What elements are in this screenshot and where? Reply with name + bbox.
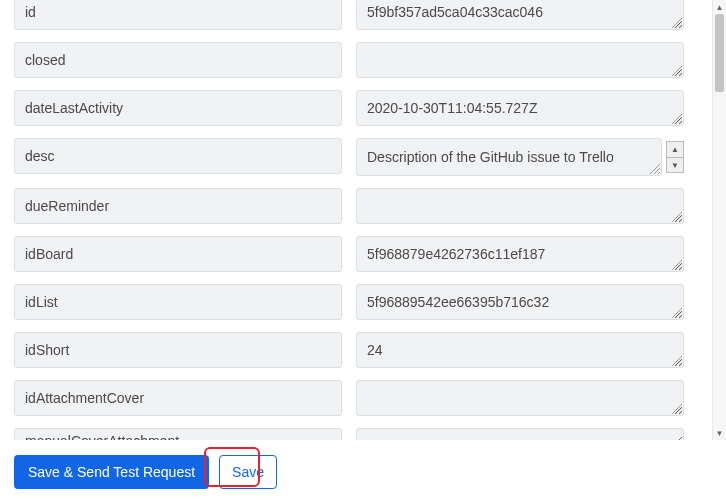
resize-handle[interactable] xyxy=(672,66,682,76)
field-row: id 5f9bf357ad5ca04c33cac046 xyxy=(14,0,712,30)
key-input-id[interactable]: id xyxy=(14,0,342,30)
vertical-scrollbar[interactable]: ▲ ▼ xyxy=(712,0,726,440)
value-input-idlist[interactable]: 5f96889542ee66395b716c32 xyxy=(356,284,684,320)
resize-handle[interactable] xyxy=(672,18,682,28)
field-row: manualCoverAttachment xyxy=(14,428,712,440)
save-send-test-request-button[interactable]: Save & Send Test Request xyxy=(14,455,209,489)
scroll-thumb[interactable] xyxy=(715,14,724,92)
save-button[interactable]: Save xyxy=(219,455,277,489)
scroll-up-button[interactable]: ▲ xyxy=(713,0,726,14)
stepper-up-button[interactable]: ▲ xyxy=(666,141,684,157)
value-stepper: ▲ ▼ xyxy=(666,141,684,173)
key-input-idattachmentcover[interactable]: idAttachmentCover xyxy=(14,380,342,416)
value-input-datelastactivity[interactable]: 2020-10-30T11:04:55.727Z xyxy=(356,90,684,126)
key-input-datelastactivity[interactable]: dateLastActivity xyxy=(14,90,342,126)
value-input-closed[interactable] xyxy=(356,42,684,78)
resize-handle[interactable] xyxy=(672,212,682,222)
value-input-desc[interactable]: Description of the GitHub issue to Trell… xyxy=(356,138,662,176)
key-input-closed[interactable]: closed xyxy=(14,42,342,78)
key-input-desc[interactable]: desc xyxy=(14,138,342,174)
resize-handle[interactable] xyxy=(672,356,682,366)
value-input-idboard[interactable]: 5f968879e4262736c11ef187 xyxy=(356,236,684,272)
value-input-id[interactable]: 5f9bf357ad5ca04c33cac046 xyxy=(356,0,684,30)
key-input-idshort[interactable]: idShort xyxy=(14,332,342,368)
field-row: closed xyxy=(14,42,712,78)
stepper-down-button[interactable]: ▼ xyxy=(666,157,684,173)
resize-handle[interactable] xyxy=(672,404,682,414)
key-input-duereminder[interactable]: dueReminder xyxy=(14,188,342,224)
resize-handle[interactable] xyxy=(672,260,682,270)
value-input-duereminder[interactable] xyxy=(356,188,684,224)
resize-handle[interactable] xyxy=(672,308,682,318)
footer-bar: Save & Send Test Request Save xyxy=(0,442,712,500)
scroll-down-button[interactable]: ▼ xyxy=(713,426,726,440)
resize-handle[interactable] xyxy=(672,114,682,124)
field-row: idBoard 5f968879e4262736c11ef187 xyxy=(14,236,712,272)
value-input-idshort[interactable]: 24 xyxy=(356,332,684,368)
key-input-idlist[interactable]: idList xyxy=(14,284,342,320)
key-input-idboard[interactable]: idBoard xyxy=(14,236,342,272)
key-input-manualcoverattachment[interactable]: manualCoverAttachment xyxy=(14,428,342,440)
value-input-manualcoverattachment[interactable] xyxy=(356,428,684,440)
field-row: idAttachmentCover xyxy=(14,380,712,416)
field-row: desc Description of the GitHub issue to … xyxy=(14,138,712,176)
value-input-idattachmentcover[interactable] xyxy=(356,380,684,416)
resize-handle[interactable] xyxy=(650,164,660,174)
field-row: idShort 24 xyxy=(14,332,712,368)
form-scroll-region[interactable]: id 5f9bf357ad5ca04c33cac046 closed dateL… xyxy=(0,0,712,440)
field-row: dateLastActivity 2020-10-30T11:04:55.727… xyxy=(14,90,712,126)
field-row: idList 5f96889542ee66395b716c32 xyxy=(14,284,712,320)
field-row: dueReminder xyxy=(14,188,712,224)
